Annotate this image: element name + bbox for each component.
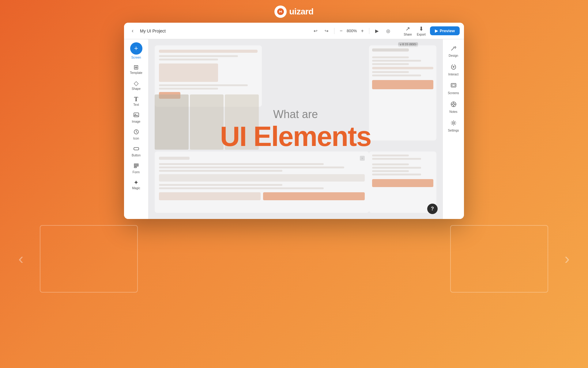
sidebar-item-button[interactable]: Button — [126, 143, 146, 159]
text-icon: T — [134, 96, 138, 102]
image-label: Image — [132, 120, 141, 123]
deco-arrow-left: ‹ — [18, 250, 24, 267]
play-button[interactable]: ▶ — [372, 26, 382, 36]
separator-1 — [334, 28, 334, 34]
app-logo: uizard — [274, 6, 313, 18]
sidebar-item-magic[interactable]: ✦ Magic — [126, 177, 146, 192]
preview-button[interactable]: ▶ Preview — [430, 26, 460, 35]
button-icon — [133, 146, 139, 153]
share-label: Share — [404, 33, 412, 36]
bottom-decoration: ‹ › — [0, 219, 588, 368]
image-icon — [133, 112, 139, 119]
deco-box-right — [450, 225, 548, 293]
shape-label: Shape — [132, 87, 141, 90]
svg-point-13 — [453, 103, 454, 105]
preview-play-icon: ▶ — [435, 29, 438, 33]
titlebar-right: ↗ Share ⬇ Export ▶ Preview — [402, 25, 460, 37]
deco-arrow-right: › — [564, 250, 570, 267]
svg-point-1 — [279, 11, 280, 12]
app-window: ‹ My UI Project ↩ ↪ − 800% + ▶ ◎ ↗ Share… — [124, 23, 464, 219]
design-icon — [450, 45, 457, 53]
overlay-title: UI Elements — [188, 123, 403, 150]
export-button[interactable]: ⬇ Export — [415, 25, 428, 37]
canvas-area[interactable]: x 8.15 (800) — [149, 39, 443, 219]
toolbar-undo-redo: ↩ ↪ − 800% + ▶ ◎ — [311, 26, 393, 36]
mock-panel-bottom: × — [155, 151, 369, 213]
svg-rect-6 — [134, 148, 139, 150]
button-label: Button — [132, 154, 141, 157]
right-sidebar-settings[interactable]: Settings — [444, 117, 463, 135]
top-bar: uizard — [0, 0, 588, 21]
zoom-level: 800% — [347, 29, 357, 33]
sidebar-item-text[interactable]: T Text — [126, 94, 146, 109]
svg-rect-8 — [134, 165, 138, 166]
svg-rect-9 — [134, 167, 137, 168]
sidebar-item-icon[interactable]: Icon — [126, 126, 146, 143]
right-sidebar-design[interactable]: Design — [444, 42, 463, 60]
overlay-subtitle: What are — [188, 108, 403, 121]
undo-button[interactable]: ↩ — [311, 26, 320, 36]
right-sidebar-notes[interactable]: Notes — [444, 98, 463, 116]
canvas-overlay: What are UI Elements — [188, 108, 403, 150]
shape-icon: ◇ — [134, 80, 138, 86]
redo-button[interactable]: ↪ — [322, 26, 331, 36]
zoom-in-button[interactable]: + — [359, 27, 366, 35]
template-label: Template — [130, 71, 142, 75]
svg-point-2 — [281, 11, 282, 12]
mock-img-1 — [155, 94, 189, 150]
icon-icon — [133, 129, 139, 136]
text-label: Text — [133, 103, 139, 106]
template-icon: ⊞ — [134, 64, 139, 70]
right-sidebar: Design Interact Screens — [443, 39, 464, 219]
sidebar-item-form[interactable]: Form — [126, 160, 146, 176]
project-title: My UI Project — [140, 29, 302, 33]
logo-text: uizard — [289, 7, 313, 17]
mock-panel-bottom-right — [369, 151, 436, 213]
settings-icon — [450, 120, 457, 128]
interact-label: Interact — [448, 73, 458, 76]
form-icon — [133, 163, 139, 170]
help-button[interactable]: ? — [427, 204, 438, 214]
screen-label: Screen — [131, 56, 141, 59]
screens-label: Screens — [448, 91, 459, 95]
settings-label: Settings — [448, 129, 459, 132]
interact-icon — [450, 63, 457, 72]
notes-label: Notes — [449, 110, 457, 113]
share-icon: ↗ — [405, 25, 410, 32]
zoom-out-button[interactable]: − — [337, 27, 345, 35]
icon-label: Icon — [133, 137, 139, 140]
back-button[interactable]: ‹ — [128, 27, 137, 35]
add-screen-button[interactable]: + — [130, 42, 142, 55]
sidebar-item-template[interactable]: ⊞ Template — [126, 62, 146, 77]
notes-icon — [450, 101, 457, 109]
right-sidebar-screens[interactable]: Screens — [444, 80, 463, 97]
export-icon: ⬇ — [419, 25, 424, 32]
sidebar-item-shape[interactable]: ◇ Shape — [126, 78, 146, 93]
preview-label: Preview — [440, 29, 455, 33]
add-screen-icon: + — [134, 44, 138, 52]
magic-icon: ✦ — [134, 179, 139, 186]
deco-box-left — [40, 225, 138, 293]
main-content: + Screen ⊞ Template ◇ Shape T Text — [124, 39, 464, 219]
separator-2 — [369, 28, 369, 34]
left-sidebar: + Screen ⊞ Template ◇ Shape T Text — [124, 39, 149, 219]
logo-icon — [274, 6, 287, 18]
right-sidebar-interact[interactable]: Interact — [444, 61, 463, 79]
sidebar-item-image[interactable]: Image — [126, 109, 146, 126]
svg-point-18 — [453, 122, 454, 124]
title-bar: ‹ My UI Project ↩ ↪ − 800% + ▶ ◎ ↗ Share… — [124, 23, 464, 39]
share-button[interactable]: ↗ Share — [402, 25, 414, 37]
svg-rect-11 — [452, 84, 455, 86]
export-label: Export — [417, 33, 426, 36]
screens-icon — [450, 82, 457, 90]
svg-rect-7 — [134, 164, 138, 165]
form-label: Form — [133, 171, 140, 174]
design-label: Design — [449, 54, 458, 57]
magic-label: Magic — [132, 186, 140, 190]
timer-button[interactable]: ◎ — [383, 26, 393, 36]
